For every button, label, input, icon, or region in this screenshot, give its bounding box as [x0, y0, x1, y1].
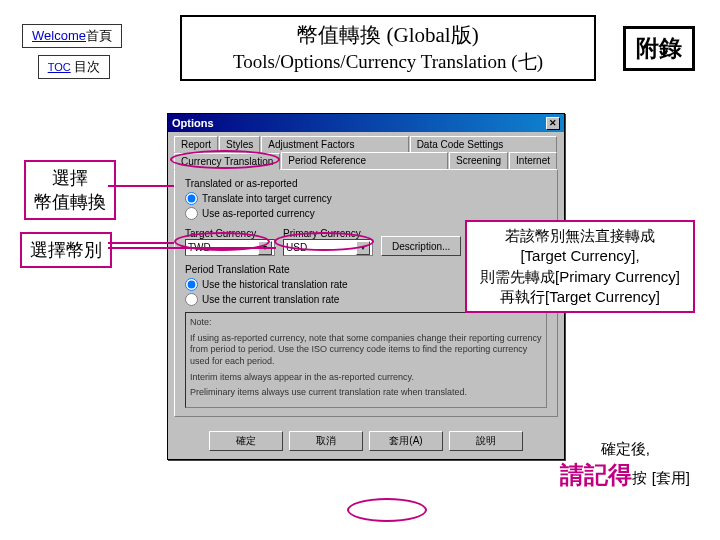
confirm-note: 確定後, 請記得按 [套用] — [560, 440, 690, 491]
note-heading: Note: — [190, 317, 542, 329]
toc-link[interactable]: TOC — [48, 61, 71, 73]
help-button[interactable]: 說明 — [449, 431, 523, 451]
cancel-button[interactable]: 取消 — [289, 431, 363, 451]
welcome-link[interactable]: Welcome — [32, 28, 86, 43]
tab-strip: Report Styles Adjustment Factors Data Co… — [168, 132, 564, 169]
radio-asreported[interactable] — [185, 207, 198, 220]
radio-historical[interactable] — [185, 278, 198, 291]
note-box: 若該幣別無法直接轉成 [Target Currency], 則需先轉成[Prim… — [465, 220, 695, 313]
dialog-button-row: 確定 取消 套用(A) 說明 — [168, 423, 564, 459]
leader-line — [108, 242, 174, 244]
primary-currency-dropdown[interactable]: USD ▼ — [283, 239, 373, 256]
radio-translate-row[interactable]: Translate into target currency — [185, 192, 547, 205]
close-button[interactable]: ✕ — [546, 117, 560, 130]
title-line1: 幣值轉換 (Global版) — [188, 21, 588, 49]
tab-report[interactable]: Report — [174, 136, 218, 152]
ok-button[interactable]: 確定 — [209, 431, 283, 451]
tab-data-code-settings[interactable]: Data Code Settings — [410, 136, 557, 152]
toc-suffix: 目次 — [74, 59, 100, 74]
nav-toc[interactable]: TOC 目次 — [38, 55, 110, 79]
appendix-badge: 附錄 — [623, 26, 695, 71]
radio-asreported-row[interactable]: Use as-reported currency — [185, 207, 547, 220]
tab-period-reference[interactable]: Period Reference — [281, 152, 448, 169]
tab-currency-translation[interactable]: Currency Translation — [174, 153, 280, 170]
note-section: Note: If using as-reported currency, not… — [185, 312, 547, 408]
tab-internet[interactable]: Internet — [509, 152, 557, 169]
apply-button[interactable]: 套用(A) — [369, 431, 443, 451]
tab-adjustment-factors[interactable]: Adjustment Factors — [261, 136, 408, 152]
tab-styles[interactable]: Styles — [219, 136, 260, 152]
callout-select-currency: 選擇幣別 — [20, 232, 112, 268]
close-icon: ✕ — [549, 118, 557, 128]
section-translated-label: Translated or as-reported — [185, 178, 547, 189]
primary-currency-label: Primary Currency — [283, 228, 373, 239]
callout-select-translation: 選擇 幣值轉換 — [24, 160, 116, 220]
tab-screening[interactable]: Screening — [449, 152, 508, 169]
description-button[interactable]: Description... — [381, 236, 461, 256]
radio-current[interactable] — [185, 293, 198, 306]
dialog-title-text: Options — [172, 117, 214, 129]
target-currency-label: Target Currency — [185, 228, 275, 239]
dialog-titlebar: Options ✕ — [168, 114, 564, 132]
leader-line — [108, 185, 174, 187]
radio-translate[interactable] — [185, 192, 198, 205]
page-title: 幣值轉換 (Global版) Tools/Options/Currency Tr… — [180, 15, 596, 81]
nav-welcome[interactable]: Welcome首頁 — [22, 24, 122, 48]
leader-line — [108, 247, 276, 249]
highlight-oval — [347, 498, 427, 522]
welcome-suffix: 首頁 — [86, 28, 112, 43]
chevron-down-icon[interactable]: ▼ — [356, 241, 370, 255]
title-line2: Tools/Options/Currency Translation (七) — [188, 49, 588, 75]
